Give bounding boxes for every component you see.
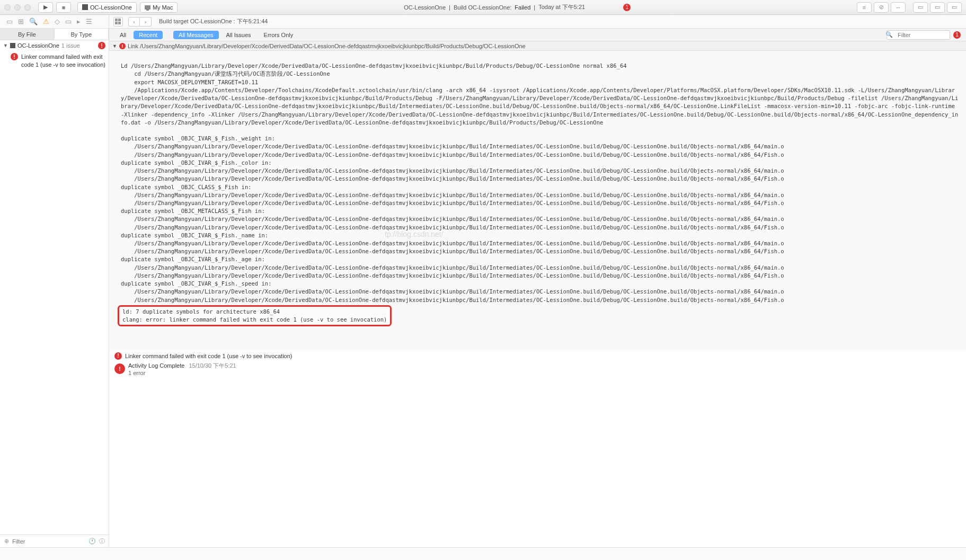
- toggle-navigator-button[interactable]: ▭: [913, 2, 928, 13]
- project-issue-group[interactable]: ▼ OC-LessionOne 1 issue !: [0, 40, 109, 51]
- error-icon: !: [114, 352, 122, 360]
- close-window-icon[interactable]: [4, 4, 11, 11]
- log-text: Ld /Users/ZhangMangyuan/Library/Develope…: [121, 63, 958, 303]
- issue-item[interactable]: ! Linker command failed with exit code 1…: [0, 51, 109, 71]
- filter-all-messages[interactable]: All Messages: [173, 31, 218, 39]
- symbol-nav-icon[interactable]: ⊞: [18, 17, 24, 25]
- debug-nav-icon[interactable]: ▭: [65, 17, 72, 25]
- clock-icon[interactable]: 🕐: [88, 538, 96, 545]
- error-filter-icon[interactable]: ⓘ: [99, 537, 105, 545]
- filter-all[interactable]: All: [114, 31, 131, 39]
- issue-text: Linker command failed with exit code 1 (…: [125, 353, 293, 359]
- issue-navigator: By File By Type ▼ OC-LessionOne 1 issue …: [0, 29, 109, 547]
- report-nav-icon[interactable]: ☰: [86, 17, 92, 25]
- error-highlight: ld: 7 duplicate symbols for architecture…: [118, 305, 392, 326]
- issue-summary-list: ! Linker command failed with exit code 1…: [109, 350, 966, 378]
- navigator-selector: ▭ ⊞ 🔍 ⚠ ◇ ▭ ▸ ☰: [0, 15, 109, 28]
- find-nav-icon[interactable]: 🔍: [29, 17, 38, 25]
- standard-editor-button[interactable]: ≡: [857, 2, 872, 13]
- scheme-name: OC-LessionOne: [90, 4, 132, 11]
- forward-button[interactable]: ›: [140, 17, 152, 26]
- error-icon: !: [114, 363, 125, 374]
- highlight-text: ld: 7 duplicate symbols for architecture…: [122, 308, 387, 323]
- back-button[interactable]: ‹: [128, 17, 140, 26]
- activity-subtitle: 1 error: [128, 370, 236, 376]
- error-icon: !: [119, 43, 126, 49]
- issue-row[interactable]: ! Linker command failed with exit code 1…: [112, 351, 963, 361]
- filter-errors-only[interactable]: Errors Only: [259, 31, 299, 39]
- report-editor: All Recent All Messages All Issues Error…: [109, 29, 966, 547]
- error-count-badge[interactable]: 1: [623, 4, 631, 11]
- log-filter-bar: All Recent All Messages All Issues Error…: [109, 29, 966, 41]
- error-icon: !: [11, 53, 18, 60]
- link-header-text: Link /Users/ZhangMangyuan/Library/Develo…: [128, 43, 526, 49]
- version-editor-button[interactable]: ↔: [891, 2, 906, 13]
- filter-error-badge[interactable]: 1: [953, 31, 961, 39]
- activity-title: Activity Log Complete: [128, 362, 184, 369]
- issue-count: 1 issue: [61, 42, 80, 49]
- status-result: Failed: [515, 4, 530, 11]
- project-nav-icon[interactable]: ▭: [6, 17, 13, 25]
- titlebar: ▶ ■ OC-LessionOne My Mac OC-LessionOne |…: [0, 0, 966, 15]
- link-step-header[interactable]: ▼ ! Link /Users/ZhangMangyuan/Library/De…: [109, 41, 966, 51]
- toggle-debug-button[interactable]: ▭: [930, 2, 945, 13]
- device-name: My Mac: [153, 4, 173, 11]
- mac-icon: [145, 5, 150, 10]
- breakpoint-nav-icon[interactable]: ▸: [77, 17, 81, 25]
- activity-row[interactable]: ! Activity Log Complete15/10/30 下午5:21 1…: [112, 361, 963, 377]
- status-time: Today at 下午5:21: [538, 3, 585, 11]
- watermark: tp://blog.csdn.net/: [385, 229, 444, 239]
- navigator-filter-bar: ⊕ 🕐 ⓘ: [0, 535, 109, 547]
- activity-timestamp: 15/10/30 下午5:21: [189, 362, 236, 369]
- tab-by-file[interactable]: By File: [0, 29, 55, 40]
- secondary-toolbar: ▭ ⊞ 🔍 ⚠ ◇ ▭ ▸ ☰ ‹ › Build target OC-Less…: [0, 15, 966, 29]
- related-items-icon[interactable]: [113, 17, 123, 26]
- build-log[interactable]: Ld /Users/ZhangMangyuan/Library/Develope…: [109, 51, 966, 350]
- zoom-window-icon[interactable]: [24, 4, 31, 11]
- filter-recent[interactable]: Recent: [134, 31, 163, 39]
- bottom-bar: [0, 547, 966, 560]
- toggle-utilities-button[interactable]: ▭: [947, 2, 962, 13]
- stop-button[interactable]: ■: [56, 2, 71, 13]
- editor-layout-controls: ≡ ⊘ ↔ ▭ ▭ ▭: [857, 2, 962, 13]
- status-build: Build OC-LessionOne:: [454, 4, 511, 11]
- filter-all-issues[interactable]: All Issues: [221, 31, 256, 39]
- disclosure-triangle-icon[interactable]: ▼: [3, 43, 8, 48]
- project-name: OC-LessionOne: [17, 42, 59, 49]
- log-filter-input[interactable]: [887, 30, 950, 40]
- disclosure-triangle-icon[interactable]: ▼: [112, 43, 117, 49]
- run-button[interactable]: ▶: [38, 2, 53, 13]
- filter-input[interactable]: [12, 538, 85, 545]
- target-icon: [10, 43, 15, 48]
- activity-status: OC-LessionOne | Build OC-LessionOne: Fai…: [181, 3, 854, 11]
- issue-text: Linker command failed with exit code 1 (…: [21, 53, 105, 69]
- tab-by-type[interactable]: By Type: [55, 29, 109, 40]
- minimize-window-icon[interactable]: [14, 4, 21, 11]
- scheme-selector[interactable]: OC-LessionOne My Mac: [77, 2, 178, 13]
- window-controls: [4, 4, 31, 11]
- assistant-editor-button[interactable]: ⊘: [874, 2, 889, 13]
- test-nav-icon[interactable]: ◇: [55, 17, 60, 25]
- breadcrumb[interactable]: Build target OC-LessionOne : 下午5:21:44: [159, 17, 268, 25]
- error-icon: !: [98, 42, 105, 49]
- search-icon: 🔍: [885, 31, 893, 38]
- status-project: OC-LessionOne: [404, 4, 446, 11]
- issue-nav-icon[interactable]: ⚠: [43, 17, 49, 25]
- target-icon: [82, 4, 88, 10]
- filter-icon[interactable]: ⊕: [4, 538, 9, 545]
